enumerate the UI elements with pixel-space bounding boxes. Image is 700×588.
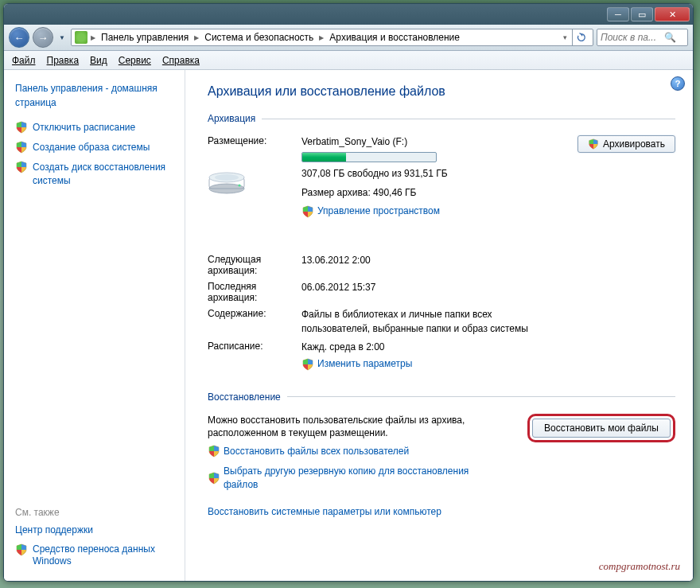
back-button[interactable]: ← xyxy=(9,27,29,48)
sidebar-task-recovery-disc[interactable]: Создать диск восстановления системы xyxy=(15,161,178,186)
sidebar-task-label: Создание образа системы xyxy=(33,141,150,154)
chevron-right-icon[interactable]: ▶ xyxy=(317,34,325,41)
shield-icon xyxy=(301,358,314,371)
chevron-right-icon[interactable]: ▶ xyxy=(192,34,200,41)
schedule-label: Расписание: xyxy=(208,341,301,375)
chevron-right-icon[interactable]: ▶ xyxy=(89,34,97,41)
minimize-button[interactable]: ─ xyxy=(607,7,629,21)
disk-usage-bar xyxy=(301,152,437,162)
shield-icon xyxy=(208,445,220,458)
next-backup-value: 13.06.2012 2:00 xyxy=(301,254,675,276)
location-value: Verbatim_Sony_Vaio (F:) xyxy=(301,135,578,149)
sidebar-task-label: Отключить расписание xyxy=(33,121,135,134)
archive-now-button[interactable]: Архивировать xyxy=(578,135,675,153)
breadcrumb-item[interactable]: Система и безопасность xyxy=(202,32,316,43)
menu-bar: Файл Правка Вид Сервис Справка xyxy=(4,51,693,70)
shield-icon xyxy=(15,141,28,154)
last-backup-value: 06.06.2012 15:37 xyxy=(301,281,675,303)
menu-help[interactable]: Справка xyxy=(162,55,200,66)
shield-icon xyxy=(15,121,28,134)
control-panel-icon xyxy=(75,31,88,44)
next-backup-label: Следующая архивация: xyxy=(208,254,301,276)
content-label: Содержание: xyxy=(208,308,301,336)
breadcrumb-bar[interactable]: ▶ Панель управления ▶ Система и безопасн… xyxy=(71,29,593,46)
close-button[interactable]: ✕ xyxy=(655,7,690,21)
last-backup-label: Последняя архивация: xyxy=(208,281,301,303)
search-box[interactable]: 🔍 xyxy=(597,29,688,46)
change-settings-link[interactable]: Изменить параметры xyxy=(301,357,412,371)
address-bar: ← → ▼ ▶ Панель управления ▶ Система и бе… xyxy=(4,25,693,51)
watermark: compgramotnost.ru xyxy=(599,560,680,573)
see-also-heading: См. также xyxy=(15,507,178,518)
menu-file[interactable]: Файл xyxy=(12,55,36,66)
menu-edit[interactable]: Правка xyxy=(47,55,80,66)
content-value: Файлы в библиотеках и личные папки всех … xyxy=(301,308,540,336)
shield-icon xyxy=(15,543,28,556)
see-also-label: Средство переноса данных Windows xyxy=(33,543,178,568)
archive-group-header: Архивация xyxy=(208,113,675,124)
main-panel: ? Архивация или восстановление файлов Ар… xyxy=(185,70,693,581)
search-input[interactable] xyxy=(601,32,664,43)
see-also-easy-transfer[interactable]: Средство переноса данных Windows xyxy=(15,543,178,568)
select-other-backup-link[interactable]: Выбрать другую резервную копию для восст… xyxy=(208,465,478,492)
forward-button[interactable]: → xyxy=(33,27,53,48)
address-dropdown[interactable]: ▾ xyxy=(560,33,570,41)
menu-tools[interactable]: Сервис xyxy=(119,55,151,66)
window: ─ ▭ ✕ ← → ▼ ▶ Панель управления ▶ Систем… xyxy=(3,3,694,582)
restore-group-header: Восстановление xyxy=(208,391,675,403)
maximize-button[interactable]: ▭ xyxy=(631,7,653,21)
manage-space-link[interactable]: Управление пространством xyxy=(301,204,440,218)
breadcrumb-item[interactable]: Архивация и восстановление xyxy=(327,32,462,43)
see-also-label: Центр поддержки xyxy=(15,524,93,537)
breadcrumb-item[interactable]: Панель управления xyxy=(99,32,191,43)
restore-my-files-button[interactable]: Восстановить мои файлы xyxy=(532,419,671,438)
menu-view[interactable]: Вид xyxy=(90,55,107,66)
help-icon[interactable]: ? xyxy=(671,76,685,91)
highlight-annotation: Восстановить мои файлы xyxy=(527,414,675,442)
sidebar-task-system-image[interactable]: Создание образа системы xyxy=(15,141,178,154)
sidebar-task-label: Создать диск восстановления системы xyxy=(33,161,178,186)
free-space-value: 307,08 ГБ свободно из 931,51 ГБ xyxy=(301,167,578,181)
control-panel-home-link[interactable]: Панель управления - домашняя страница xyxy=(15,81,178,110)
schedule-value: Кажд. среда в 2:00 xyxy=(301,341,675,354)
shield-icon xyxy=(301,205,314,218)
shield-icon xyxy=(208,472,220,485)
content-area: Панель управления - домашняя страница От… xyxy=(4,70,693,581)
drive-icon xyxy=(208,168,246,195)
sidebar: Панель управления - домашняя страница От… xyxy=(4,70,185,581)
shield-icon xyxy=(588,138,599,150)
sidebar-task-disable-schedule[interactable]: Отключить расписание xyxy=(15,121,178,134)
page-title: Архивация или восстановление файлов xyxy=(208,84,675,99)
nav-history-dropdown[interactable]: ▼ xyxy=(56,30,68,45)
see-also-action-center[interactable]: Центр поддержки xyxy=(15,524,178,537)
shield-icon xyxy=(15,161,28,173)
refresh-button[interactable] xyxy=(572,29,589,46)
search-icon[interactable]: 🔍 xyxy=(664,32,676,43)
archive-size-value: Размер архива: 490,46 ГБ xyxy=(301,186,578,200)
restore-description: Можно восстановить пользовательские файл… xyxy=(208,414,470,441)
restore-system-link[interactable]: Восстановить системные параметры или ком… xyxy=(208,505,441,519)
restore-all-users-link[interactable]: Восстановить файлы всех пользователей xyxy=(208,445,409,458)
titlebar: ─ ▭ ✕ xyxy=(4,4,693,25)
